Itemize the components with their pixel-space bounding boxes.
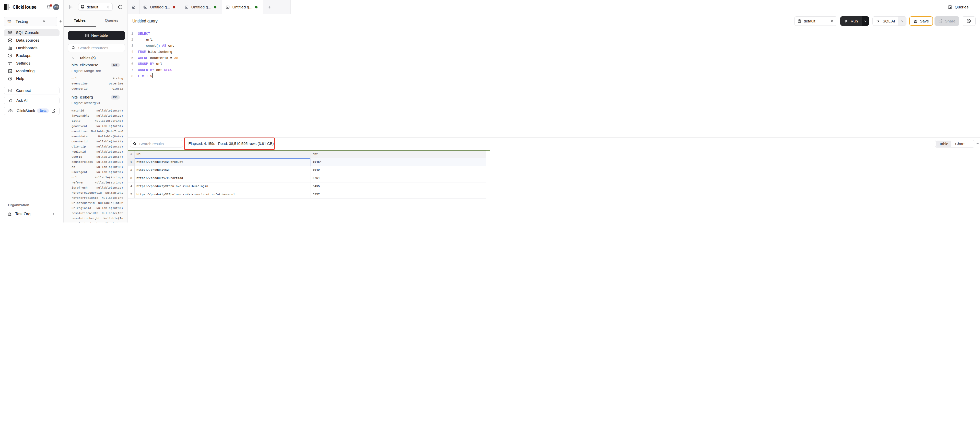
- svg-text:aws: aws: [7, 20, 11, 22]
